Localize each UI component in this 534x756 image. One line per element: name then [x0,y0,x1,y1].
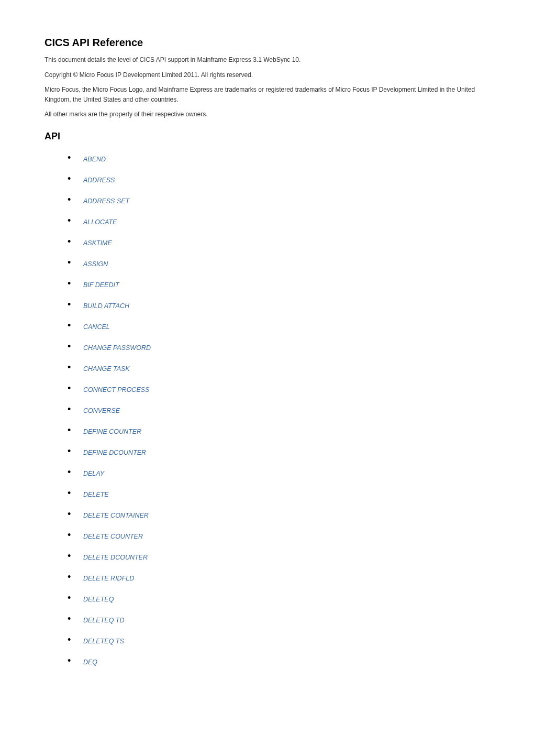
list-item: CONNECT PROCESS [68,379,490,400]
api-link-deleteq-td[interactable]: DELETEQ TD [83,617,125,624]
list-item: CHANGE PASSWORD [68,337,490,358]
api-link-change-task[interactable]: CHANGE TASK [83,365,130,372]
list-item: ADDRESS [68,169,490,190]
api-link-abend[interactable]: ABEND [83,156,106,163]
list-item: DELETE [68,484,490,505]
api-link-address[interactable]: ADDRESS [83,177,115,184]
api-link-deleteq[interactable]: DELETEQ [83,596,114,603]
api-link-bif-deedit[interactable]: BIF DEEDIT [83,281,119,289]
intro-paragraph-2: Copyright © Micro Focus IP Development L… [44,70,490,80]
list-item: DELETEQ TD [68,609,490,630]
api-link-delay[interactable]: DELAY [83,470,104,477]
list-item: DEFINE DCOUNTER [68,442,490,463]
list-item: DELETEQ TS [68,630,490,651]
list-item: CHANGE TASK [68,358,490,379]
api-link-define-counter[interactable]: DEFINE COUNTER [83,428,141,435]
list-item: ALLOCATE [68,211,490,232]
api-link-define-dcounter[interactable]: DEFINE DCOUNTER [83,449,146,456]
list-item: DELETE RIDFLD [68,567,490,588]
list-item: DELAY [68,463,490,484]
list-item: CONVERSE [68,400,490,421]
list-item: DELETE CONTAINER [68,505,490,525]
api-link-converse[interactable]: CONVERSE [83,407,120,414]
list-item: CANCEL [68,316,490,337]
api-link-asktime[interactable]: ASKTIME [83,239,112,247]
list-item: BIF DEEDIT [68,274,490,295]
list-item: ASKTIME [68,232,490,253]
section-heading-api: API [44,131,490,142]
list-item: BUILD ATTACH [68,295,490,316]
list-item: DEFINE COUNTER [68,421,490,442]
api-link-deleteq-ts[interactable]: DELETEQ TS [83,638,124,645]
api-link-address-set[interactable]: ADDRESS SET [83,198,129,205]
list-item: ASSIGN [68,253,490,274]
list-item: DELETE COUNTER [68,525,490,546]
api-link-delete-dcounter[interactable]: DELETE DCOUNTER [83,554,148,561]
intro-paragraph-1: This document details the level of CICS … [44,55,490,65]
api-link-delete-container[interactable]: DELETE CONTAINER [83,512,149,519]
api-link-deq[interactable]: DEQ [83,659,97,666]
api-link-change-password[interactable]: CHANGE PASSWORD [83,344,151,352]
api-link-connect-process[interactable]: CONNECT PROCESS [83,386,149,393]
api-link-delete-ridfld[interactable]: DELETE RIDFLD [83,575,134,582]
api-link-cancel[interactable]: CANCEL [83,323,110,331]
intro-paragraph-4: All other marks are the property of thei… [44,109,490,119]
api-link-delete[interactable]: DELETE [83,491,109,498]
api-link-assign[interactable]: ASSIGN [83,260,108,268]
api-link-allocate[interactable]: ALLOCATE [83,218,117,226]
list-item: ABEND [68,148,490,169]
list-item: DELETEQ [68,588,490,609]
list-item: ADDRESS SET [68,190,490,211]
api-link-build-attach[interactable]: BUILD ATTACH [83,302,129,310]
api-link-delete-counter[interactable]: DELETE COUNTER [83,533,143,540]
list-item: DELETE DCOUNTER [68,546,490,567]
api-list: ABEND ADDRESS ADDRESS SET ALLOCATE ASKTI… [44,148,490,672]
intro-paragraph-3: Micro Focus, the Micro Focus Logo, and M… [44,85,490,104]
list-item: DEQ [68,651,490,672]
page-title: CICS API Reference [44,37,490,49]
